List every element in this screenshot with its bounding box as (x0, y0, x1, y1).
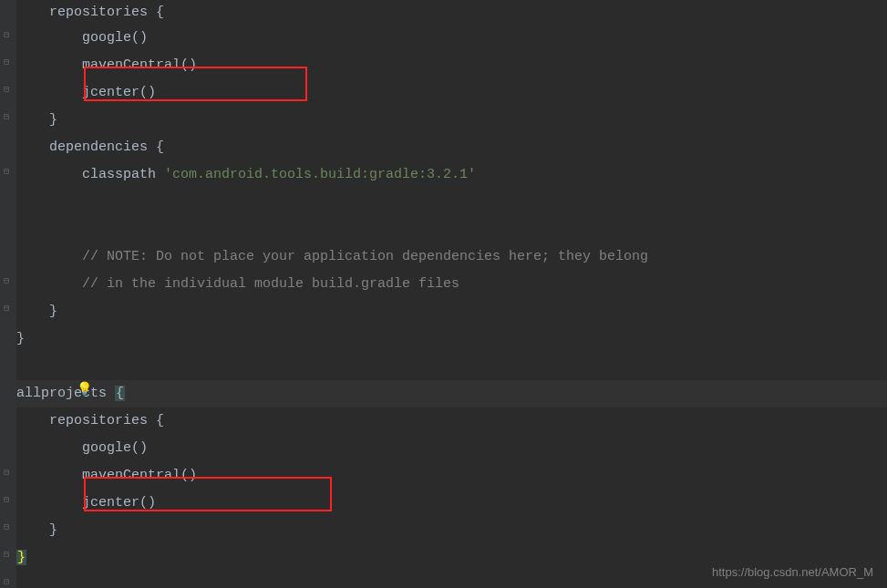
code-line[interactable]: } (16, 325, 887, 353)
code-line[interactable]: mavenCentral() (16, 52, 887, 79)
close-brace: } (16, 304, 57, 319)
gutter: ⊟ ⊟ ⊟ ⊟ ⊟ ⊟ ⊟ ⊟ ⊟ ⊟ ⊟ ⊟ (0, 0, 16, 588)
allprojects-keyword: allprojects (16, 386, 115, 401)
code-line[interactable]: repositories { (16, 407, 887, 435)
jcenter-call: jcenter() (16, 495, 156, 511)
open-brace-cursor: { (115, 386, 125, 401)
fold-marker-icon[interactable]: ⊟ (4, 168, 13, 177)
fold-marker-icon[interactable]: ⊟ (4, 578, 13, 587)
jcenter-call: jcenter() (16, 85, 156, 100)
google-call: google() (16, 30, 148, 46)
code-line[interactable] (16, 216, 887, 243)
open-brace: { (156, 413, 164, 428)
open-brace: { (156, 139, 164, 155)
repositories-keyword: repositories (16, 5, 156, 20)
fold-marker-icon[interactable]: ⊟ (4, 469, 13, 478)
fold-marker-icon[interactable]: ⊟ (4, 113, 13, 122)
intention-bulb-icon[interactable]: 💡 (77, 381, 92, 397)
fold-marker-icon[interactable]: ⊟ (4, 551, 13, 560)
code-line[interactable]: mavenCentral() (16, 462, 887, 490)
maven-central-call: mavenCentral() (16, 468, 197, 483)
code-line[interactable]: dependencies { (16, 134, 887, 161)
code-area[interactable]: repositories { google() mavenCentral() j… (16, 0, 887, 588)
fold-marker-icon[interactable]: ⊟ (4, 58, 13, 67)
gradle-version-string: 'com.android.tools.build:gradle:3.2.1' (164, 167, 476, 182)
watermark-text: https://blog.csdn.net/AMOR_M (712, 565, 873, 579)
code-line[interactable]: google() (16, 25, 887, 52)
code-line[interactable]: } (16, 517, 887, 544)
code-line[interactable]: } (16, 298, 887, 325)
code-line[interactable]: // NOTE: Do not place your application d… (16, 243, 887, 271)
code-line[interactable]: jcenter() (16, 79, 887, 107)
fold-marker-icon[interactable]: ⊟ (4, 304, 13, 314)
close-brace-match: } (16, 550, 26, 565)
fold-marker-icon[interactable]: ⊟ (4, 277, 13, 286)
fold-marker-icon[interactable]: ⊟ (4, 523, 13, 532)
maven-central-call: mavenCentral() (16, 57, 197, 73)
fold-marker-icon[interactable]: ⊟ (4, 86, 13, 95)
code-line[interactable]: jcenter() (16, 490, 887, 517)
code-line[interactable] (16, 353, 887, 380)
close-brace: } (16, 331, 25, 346)
fold-marker-icon[interactable]: ⊟ (4, 31, 13, 40)
comment-note: // NOTE: Do not place your application d… (16, 249, 648, 264)
open-brace: { (156, 5, 164, 20)
close-brace: } (16, 112, 57, 128)
code-line[interactable]: } (16, 107, 887, 134)
code-line[interactable]: google() (16, 435, 887, 462)
code-line-active[interactable]: allprojects { (16, 380, 887, 407)
google-call: google() (16, 440, 148, 456)
repositories-keyword: repositories (16, 413, 156, 428)
code-line[interactable]: classpath 'com.android.tools.build:gradl… (16, 161, 887, 189)
code-line[interactable] (16, 189, 887, 216)
close-brace: } (16, 522, 57, 538)
dependencies-keyword: dependencies (16, 139, 156, 155)
fold-marker-icon[interactable]: ⊟ (4, 496, 13, 505)
classpath-keyword: classpath (16, 167, 164, 182)
code-line[interactable]: // in the individual module build.gradle… (16, 271, 887, 298)
code-line[interactable]: repositories { (16, 0, 887, 25)
comment-note: // in the individual module build.gradle… (16, 276, 459, 292)
editor-container: ⊟ ⊟ ⊟ ⊟ ⊟ ⊟ ⊟ ⊟ ⊟ ⊟ ⊟ ⊟ repositories { g… (0, 0, 887, 588)
